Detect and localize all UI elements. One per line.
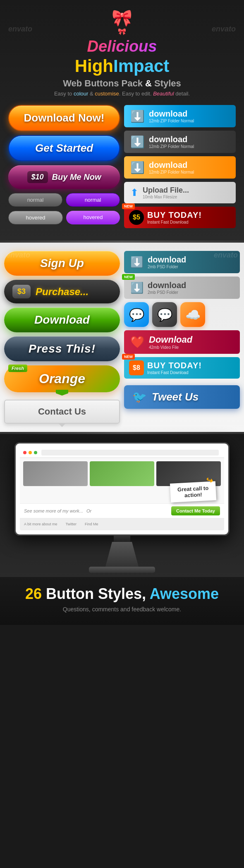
chat-gray-icon: 💬 (157, 308, 172, 322)
buy-me-now-button[interactable]: $10 Buy Me Now (8, 165, 120, 189)
screen-bottom: See some more of my work... Or Contact M… (20, 503, 224, 518)
buy-today-price: $5 (129, 210, 144, 225)
download-video-button[interactable]: ❤️ Download 42mb Video File (124, 330, 240, 354)
download-teal-label: download (148, 255, 186, 265)
icon-buttons-row: 💬 💬 ☁️ (124, 302, 240, 327)
button-normal-purple[interactable]: normal (66, 193, 120, 207)
get-started-button[interactable]: Get Started (8, 135, 120, 161)
logo-ribbon: 🎀 (4, 8, 240, 36)
download-teal-button[interactable]: ⬇️ download 2mb PSD Folder (124, 251, 240, 273)
subtitle-sub: Easy to colour & customise. Easy to edit… (4, 91, 240, 97)
colour-text: colour (74, 91, 88, 97)
title-high: High (75, 56, 113, 76)
download-orange-icon-button[interactable]: ☁️ (180, 302, 205, 327)
button-states-hovered-row: hovered hovered (8, 211, 120, 224)
download-green-button[interactable]: Download (4, 308, 120, 332)
screen-header-bar (20, 448, 224, 458)
download-blue-button[interactable]: ⬇️ download 12mb ZIP Folder Normal (124, 105, 236, 127)
button-normal-gray[interactable]: normal (8, 193, 62, 207)
twitter-icon: 🐦 (132, 390, 147, 404)
download-blue-sub: 12mb ZIP Folder Normal (149, 119, 194, 123)
button-states-normal-row: normal normal (8, 193, 120, 207)
download-dark-icon: ⬇️ (130, 135, 145, 149)
purchase-label: Purchase... (36, 286, 89, 298)
press-this-button[interactable]: Press This! (4, 336, 120, 361)
button-hovered-gray[interactable]: hovered (8, 211, 63, 224)
screen-dot-yellow (29, 451, 32, 454)
download-gray-button[interactable]: NEW ⬇️ download 2mb PSD Folder (124, 277, 240, 299)
buy-today-teal-button[interactable]: NEW $8 BUY TODAY! Instant Fast Download (124, 357, 240, 379)
download-gray-icon: ⬇️ (130, 281, 144, 294)
download-gray-label: download (148, 281, 186, 290)
buy-today-teal-price: $8 (129, 360, 144, 375)
monitor-wrapper: See some more of my work... Or Contact M… (14, 442, 230, 573)
monitor-body: See some more of my work... Or Contact M… (14, 442, 230, 536)
bottom-section: 26 Button Styles, Awesome Questions, com… (0, 577, 244, 625)
monitor-section: See some more of my work... Or Contact M… (0, 434, 244, 577)
download-video-sub: 42mb Video File (149, 345, 192, 350)
subtitle-amp: & (145, 78, 154, 88)
tweet-us-label: Tweet Us (152, 391, 199, 403)
bottom-number: 26 (25, 585, 42, 602)
middle-section: envato envato Sign Up $3 Purchase... Dow… (0, 243, 244, 432)
bottom-styles: Button Styles, (46, 585, 150, 602)
button-hovered-purple[interactable]: hovered (66, 211, 120, 224)
contact-us-button[interactable]: Contact Us (4, 400, 120, 424)
bottom-awesome: Awesome (150, 585, 219, 602)
download-teal-sub: 2mb PSD Folder (148, 265, 186, 269)
buy-today-teal-label: BUY TODAY! (147, 361, 202, 370)
buy-today-teal-text: BUY TODAY! Instant Fast Download (147, 361, 202, 375)
download-dark-sub: 12mb ZIP Folder Normal (149, 144, 194, 149)
orange-fresh-button[interactable]: Fresh Orange (4, 365, 120, 392)
new-badge-teal: NEW (122, 354, 135, 360)
upload-label: Upload File... (143, 186, 189, 195)
contact-me-today-button[interactable]: Contact Me Today (171, 506, 220, 515)
chat-blue-button[interactable]: 💬 (124, 302, 149, 327)
monitor-screen: See some more of my work... Or Contact M… (16, 444, 228, 534)
download-gray-text: download 2mb PSD Folder (148, 281, 186, 295)
download-orange-button[interactable]: ⬇️ download 12mb ZIP Folder Normal (124, 156, 236, 179)
upload-button[interactable]: ⬆ Upload File... 10mb Max Filesize (124, 182, 236, 203)
screen-dot-red (23, 451, 26, 454)
beautiful-text: Beautiful (153, 91, 174, 97)
sticky-note: Great call to action! (170, 481, 216, 503)
download-now-button[interactable]: Download Now! (8, 105, 120, 131)
tweet-us-button[interactable]: 🐦 Tweet Us (124, 385, 240, 409)
cloud-download-icon: ☁️ (185, 308, 201, 322)
top-left-col: Download Now! Get Started $10 Buy Me Now… (8, 105, 120, 228)
mid-left-col: Sign Up $3 Purchase... Download Press Th… (4, 251, 120, 424)
download-teal-text: download 2mb PSD Folder (148, 255, 186, 269)
monitor-stand-body (105, 542, 139, 567)
ribbon-icon: 🎀 (110, 8, 134, 29)
screen-see-more-text: See some more of my work... (24, 508, 83, 513)
download-orange-icon: ⬇️ (130, 161, 145, 174)
sign-up-button[interactable]: Sign Up (4, 251, 120, 276)
buy-today-text: BUY TODAY! Instant Fast Download (147, 210, 202, 224)
buy-today-sub: Instant Fast Download (147, 220, 202, 224)
upload-text: Upload File... 10mb Max Filesize (143, 186, 189, 199)
chat-gray-button[interactable]: 💬 (152, 302, 177, 327)
heart-icon: ❤️ (130, 335, 145, 349)
customise-text: customise (95, 91, 119, 97)
title-delicious: Delicious (4, 38, 240, 55)
upload-sub: 10mb Max Filesize (143, 195, 189, 199)
download-video-text: Download 42mb Video File (149, 334, 192, 350)
bottom-title: 26 Button Styles, Awesome (8, 585, 236, 603)
download-blue-text: download 12mb ZIP Folder Normal (149, 109, 194, 123)
mid-right-col: ⬇️ download 2mb PSD Folder NEW ⬇️ downlo… (124, 251, 240, 424)
screen-thumb-1 (23, 461, 88, 486)
buy-me-price: $10 (27, 171, 48, 183)
screen-thumb-2 (90, 461, 154, 486)
download-blue-label: download (149, 109, 194, 119)
buy-today-red-button[interactable]: NEW $5 BUY TODAY! Instant Fast Download (124, 207, 236, 228)
purchase-button[interactable]: $3 Purchase... (4, 280, 120, 303)
upload-icon: ⬆ (130, 187, 139, 198)
buy-today-teal-sub: Instant Fast Download (147, 370, 202, 375)
ribbon-bottom-decoration (56, 390, 68, 396)
screen-footer: A bit more about me Twitter Find Me (20, 518, 224, 530)
download-orange-label: download (149, 160, 194, 170)
download-dark-button[interactable]: ⬇️ download 12mb ZIP Folder Normal (124, 131, 236, 153)
buy-today-label: BUY TODAY! (147, 210, 202, 220)
download-video-label: Download (149, 334, 192, 345)
footer-col-1: A bit more about me (24, 522, 57, 526)
